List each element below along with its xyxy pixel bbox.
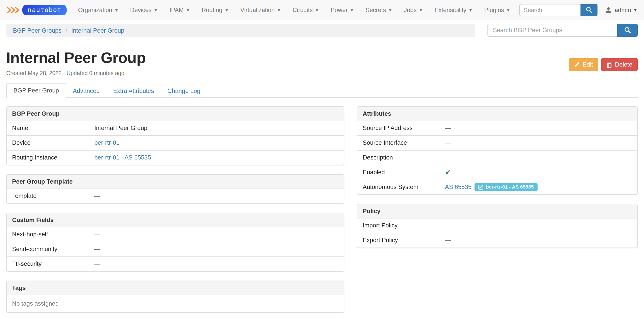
object-search-input[interactable] (488, 24, 617, 37)
user-icon (605, 6, 612, 13)
page-header: Edit Delete Internal Peer Group Created … (0, 50, 644, 76)
field-row-description: Description— (357, 150, 637, 165)
field-value: — (445, 138, 451, 147)
panel-tags: TagsNo tags assigned (6, 280, 344, 313)
breadcrumb-link-internal-peer-group[interactable]: Internal Peer Group (71, 27, 124, 34)
field-value: — (94, 191, 100, 200)
search-icon (586, 7, 592, 13)
pencil-icon (574, 62, 580, 67)
global-search-button[interactable] (581, 4, 598, 16)
user-name: admin (615, 6, 631, 13)
field-row-source-ip-address: Source IP Address— (357, 121, 637, 135)
navbar-item-secrets[interactable]: Secrets▼ (360, 6, 398, 13)
tab-bgp-peer-group[interactable]: BGP Peer Group (6, 83, 66, 98)
empty-value-dash: — (445, 138, 451, 147)
delete-button[interactable]: Delete (601, 58, 638, 71)
chevron-down-icon: ▼ (114, 8, 118, 12)
panel-peer-group-template: Peer Group TemplateTemplate— (6, 174, 344, 204)
navbar-item-organization[interactable]: Organization▼ (72, 6, 124, 13)
field-label: Description (363, 153, 445, 162)
chevron-down-icon: ▼ (186, 8, 190, 12)
field-label: Export Policy (363, 236, 445, 245)
empty-value-dash: — (94, 230, 100, 239)
field-value: — (94, 259, 100, 268)
panel-attributes: AttributesSource IP Address—Source Inter… (357, 106, 638, 195)
field-row-ttl-security: Ttl-security— (7, 256, 344, 271)
field-value: — (445, 236, 451, 245)
field-label: Import Policy (363, 221, 445, 230)
tab-change-log[interactable]: Change Log (161, 84, 207, 98)
navbar-item-extensibility[interactable]: Extensibility▼ (429, 6, 478, 13)
navbar-item-power[interactable]: Power▼ (325, 6, 360, 13)
chevron-down-icon: ▼ (469, 8, 473, 12)
edit-button[interactable]: Edit (569, 58, 598, 71)
value-link-as-65535[interactable]: AS 65535 (445, 183, 472, 191)
navbar-item-label: Power (330, 6, 348, 13)
detail-tabs: BGP Peer GroupAdvancedExtra AttributesCh… (6, 83, 638, 98)
trash-icon (606, 61, 612, 68)
field-label: Next-hop-self (12, 230, 94, 239)
field-row-template: Template— (7, 189, 344, 203)
nautobot-logo[interactable]: nautobot (7, 5, 67, 15)
navbar-item-label: IPAM (170, 6, 184, 13)
value-link-ber-rtr-01[interactable]: ber-rtr-01 (94, 138, 120, 147)
object-search (488, 24, 638, 37)
panel-title: Custom Fields (7, 213, 344, 227)
field-label: Send-community (12, 245, 94, 254)
field-label: Device (12, 138, 94, 147)
field-value: Internal Peer Group (94, 124, 147, 132)
user-menu[interactable]: admin ▼ (605, 6, 637, 13)
field-row-routing-instance: Routing Instanceber-rtr-01 - AS 65535 (7, 150, 344, 165)
navbar-item-label: Virtualization (240, 6, 275, 13)
field-row-source-interface: Source Interface— (357, 135, 637, 150)
field-label: Enabled (363, 168, 445, 177)
breadcrumb-separator: / (66, 27, 67, 34)
chevron-down-icon: ▼ (350, 8, 354, 12)
panel-title: Peer Group Template (7, 174, 344, 189)
field-label: Ttl-security (12, 259, 94, 268)
navbar-item-devices[interactable]: Devices▼ (124, 6, 164, 13)
field-label: Source Interface (363, 138, 445, 147)
field-label: Template (12, 191, 94, 200)
navbar-item-virtualization[interactable]: Virtualization▼ (234, 6, 287, 13)
page: nautobot Organization▼Devices▼IPAM▼Routi… (0, 0, 644, 319)
field-value: ber-rtr-01 - AS 65535 (94, 153, 151, 162)
navbar-item-routing[interactable]: Routing▼ (196, 6, 234, 13)
field-row-autonomous-system: Autonomous SystemAS 65535ber-rtr-01 - AS… (357, 179, 637, 194)
navbar-item-ipam[interactable]: IPAM▼ (164, 6, 196, 13)
chevron-down-icon: ▼ (506, 8, 510, 12)
chevron-down-icon: ▼ (225, 8, 229, 12)
empty-value-dash: — (445, 236, 451, 245)
breadcrumb-link-bgp-peer-groups[interactable]: BGP Peer Groups (13, 27, 62, 34)
object-search-button[interactable] (617, 24, 638, 37)
chevron-down-icon: ▼ (388, 8, 392, 12)
navbar-item-label: Circuits (292, 6, 312, 13)
header-buttons: Edit Delete (569, 58, 638, 71)
navbar-item-plugins[interactable]: Plugins▼ (478, 6, 516, 13)
logo-chevrons-icon (7, 6, 20, 13)
empty-value-dash: — (445, 124, 451, 132)
global-search-input[interactable] (520, 4, 581, 16)
inherited-icon (478, 184, 484, 190)
navbar-item-circuits[interactable]: Circuits▼ (287, 6, 325, 13)
content: BGP Peer GroupNameInternal Peer GroupDev… (0, 106, 644, 319)
panel-policy: PolicyImport Policy—Export Policy— (357, 204, 638, 248)
field-value: AS 65535ber-rtr-01 - AS 65535 (445, 183, 537, 191)
field-label: Name (12, 124, 94, 132)
value-link-ber-rtr-01-as-65535[interactable]: ber-rtr-01 - AS 65535 (94, 153, 151, 162)
field-row-import-policy: Import Policy— (357, 218, 637, 233)
navbar-item-jobs[interactable]: Jobs▼ (398, 6, 429, 13)
tab-advanced[interactable]: Advanced (66, 84, 106, 98)
chevron-down-icon: ▼ (277, 8, 281, 12)
tab-extra-attributes[interactable]: Extra Attributes (106, 84, 161, 98)
created-updated-meta: Created May 28, 2022 · Updated 0 minutes… (6, 70, 638, 76)
field-row-next-hop-self: Next-hop-self— (7, 227, 344, 242)
navbar-item-label: Devices (130, 6, 152, 13)
field-row-export-policy: Export Policy— (357, 233, 637, 247)
enabled-check-icon: ✔ (445, 168, 450, 177)
empty-value-dash: — (94, 191, 100, 200)
field-label: Autonomous System (363, 183, 445, 191)
left-column: BGP Peer GroupNameInternal Peer GroupDev… (6, 106, 344, 319)
navbar-menu: Organization▼Devices▼IPAM▼Routing▼Virtua… (72, 6, 516, 13)
inherited-from-badge[interactable]: ber-rtr-01 - AS 65535 (475, 183, 537, 191)
